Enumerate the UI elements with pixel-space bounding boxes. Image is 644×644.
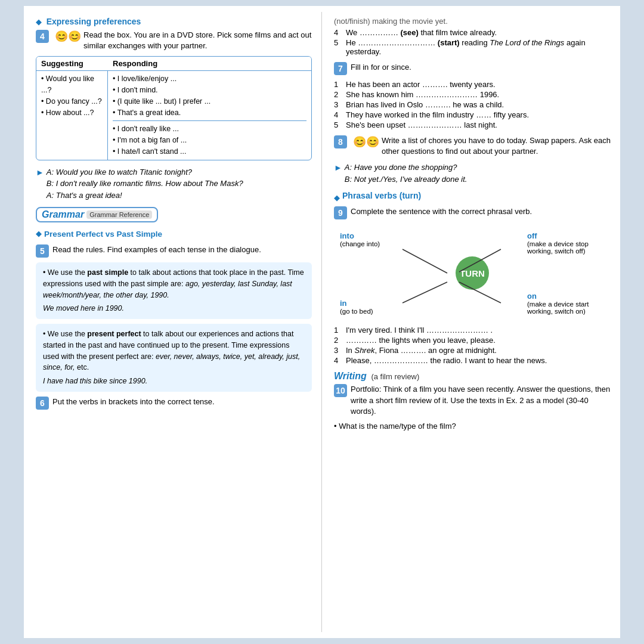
suggest-3: How about ...? <box>41 107 103 119</box>
col-suggesting: Suggesting <box>36 57 108 71</box>
dialogue8-a: A: Have you done the shopping? <box>345 162 467 174</box>
dialogue-4: ► A: Would you like to watch Titanic ton… <box>36 166 312 202</box>
respond-pos-1: I love/like/enjoy ... <box>113 73 306 85</box>
face-icon-8: 😊😊 <box>353 135 379 148</box>
suggest-2: Do you fancy ...? <box>41 96 103 107</box>
exercise-9-text: Complete the sentence with the correct p… <box>351 206 611 217</box>
grammar-past-text: • We use the past simple to talk about a… <box>43 267 305 301</box>
face-icon-4: 😊😊 <box>55 30 81 43</box>
dialogue-b1: B: I don't really like romantic films. H… <box>47 178 243 190</box>
grammar-label: Grammar <box>42 209 84 220</box>
ex6-intro: (not/finish) making the movie yet. <box>334 17 611 26</box>
col-responding: Responding <box>108 57 311 71</box>
right-column: (not/finish) making the movie yet. 4 We … <box>322 12 620 632</box>
exercise-5-num: 5 <box>36 244 49 258</box>
svg-line-0 <box>402 249 447 273</box>
grammar-pp-example: I have had this bike since 1990. <box>43 376 305 387</box>
respond-pos-3: (I quite like ... but) I prefer ... <box>113 96 306 107</box>
exercise-10-text: Portfolio: Think of a film you have seen… <box>351 384 611 417</box>
exercise-4-row: 4 😊😊 Read the box. You are in a DVD stor… <box>36 30 312 51</box>
suggest-1: Would you like ...? <box>41 73 103 96</box>
diagram-lines <box>334 225 611 321</box>
phrasal-header-row: ◆ Phrasal verbs (turn) <box>334 191 611 204</box>
exercise-10-sub: • What is the name/type of the film? <box>334 422 611 431</box>
phrasal-diamond-icon: ◆ <box>334 193 340 202</box>
not-finish-text: (not/finish) making the movie yet. <box>334 17 448 26</box>
phrasal-item-2: 2 ………… the lights when you leave, please… <box>334 336 611 345</box>
fill-item-4: 4 They have worked in the film industry … <box>334 110 611 119</box>
respond-neg-2: I'm not a big fan of ... <box>113 135 306 146</box>
exercise-9-num: 9 <box>334 206 347 219</box>
respond-neg-3: I hate/I can't stand ... <box>113 146 306 157</box>
grammar-pp-text: • We use the present perfect to talk abo… <box>43 329 305 373</box>
grammar-box-past-simple: • We use the past simple to talk about a… <box>36 262 312 319</box>
grammar-box-present-perfect: • We use the present perfect to talk abo… <box>36 324 312 392</box>
page: ◆ Expressing preferences 4 😊😊 Read the b… <box>24 6 620 638</box>
exercise-8-num: 8 <box>334 135 347 148</box>
diamond-icon: ◆ <box>36 17 42 26</box>
exercise-10-row: 10 Portfolio: Think of a film you have s… <box>334 384 611 417</box>
exercise-7-text: Fill in for or since. <box>351 62 611 73</box>
phrasal-item-3: 3 In Shrek, Fiona ………. an ogre at midnig… <box>334 346 611 355</box>
table-row-suggestions: Would you like ...? Do you fancy ...? Ho… <box>36 71 311 159</box>
svg-line-3 <box>459 282 501 303</box>
ex6-item-5: 5 He ………………………… (start) reading The Lord… <box>334 38 611 56</box>
phrasal-list: 1 I'm very tired. I think I'll …………………… … <box>334 326 611 365</box>
left-column: ◆ Expressing preferences 4 😊😊 Read the b… <box>24 12 322 632</box>
fill-item-5: 5 She's been upset ………………… last night. <box>334 120 611 129</box>
fill-item-2: 2 She has known him …………………… 1996. <box>334 90 611 99</box>
exercise-8-text: Write a list of chores you have to do to… <box>382 135 611 157</box>
exercise-8-row: 8 😊😊 Write a list of chores you have to … <box>334 135 611 157</box>
fill-item-1: 1 He has been an actor ………. twenty years… <box>334 80 611 89</box>
suggesting-cell: Would you like ...? Do you fancy ...? Ho… <box>36 71 108 159</box>
exercise-5-text: Read the rules. Find examples of each te… <box>52 244 312 255</box>
dialogue-a2: A: That's a great idea! <box>47 190 243 202</box>
exercise-7-row: 7 Fill in for or since. <box>334 62 611 75</box>
turn-diagram: into (change into) off (make a device st… <box>334 225 611 321</box>
ex6-list: 4 We …………… (see) that film twice already… <box>334 28 611 56</box>
svg-line-2 <box>459 249 501 272</box>
grammar-section-header: Present Perfect vs Past Simple <box>44 230 162 239</box>
writing-header-row: Writing (a film review) <box>334 371 611 382</box>
grammar-diamond-icon: ◆ <box>36 229 42 238</box>
respond-neg-1: I don't really like ... <box>113 123 306 135</box>
grammar-ref-badge: Grammar Reference <box>86 210 152 219</box>
exercise-5-row: 5 Read the rules. Find examples of each … <box>36 244 312 258</box>
grammar-header-row: Grammar Grammar Reference <box>36 207 312 222</box>
writing-label: Writing <box>334 371 367 381</box>
responding-cell: I love/like/enjoy ... I don't mind. (I q… <box>108 71 311 159</box>
exercise-4-num: 4 <box>36 30 49 43</box>
respond-pos-2: I don't mind. <box>113 85 306 96</box>
fill-list: 1 He has been an actor ………. twenty years… <box>334 80 611 129</box>
ex6-item-4: 4 We …………… (see) that film twice already… <box>334 28 611 37</box>
svg-line-1 <box>402 282 447 303</box>
respond-pos-4: That's a great idea. <box>113 107 306 119</box>
dialogue-8: ► A: Have you done the shopping? B: Not … <box>334 162 611 185</box>
suggest-table: Suggesting Responding Would you like ...… <box>36 56 312 160</box>
phrasal-item-1: 1 I'm very tired. I think I'll …………………… … <box>334 326 611 335</box>
exercise-6-text: Put the verbs in brackets into the corre… <box>52 397 312 407</box>
writing-sub: (a film review) <box>371 372 419 381</box>
fill-item-3: 3 Brian has lived in Oslo ………. he was a … <box>334 100 611 109</box>
exercise-4-text: Read the box. You are in a DVD store. Pi… <box>83 30 312 51</box>
grammar-past-example: We moved here in 1990. <box>43 303 305 314</box>
phrasal-item-4: 4 Please, ………………… the radio. I want to h… <box>334 356 611 365</box>
exercise-6-num: 6 <box>36 397 49 410</box>
dialogue-a1: A: Would you like to watch Titanic tonig… <box>47 166 243 178</box>
exercise-10-num: 10 <box>334 384 347 397</box>
dialogue8-b: B: Not yet./Yes, I've already done it. <box>345 174 467 185</box>
dialogue-prompt-icon: ► A: Would you like to watch Titanic ton… <box>36 166 312 202</box>
expressing-preferences-header: Expressing preferences <box>47 17 141 26</box>
exercise-9-row: 9 Complete the sentence with the correct… <box>334 206 611 219</box>
exercise-7-num: 7 <box>334 62 347 75</box>
exercise-6-row: 6 Put the verbs in brackets into the cor… <box>36 397 312 410</box>
phrasal-header: Phrasal verbs (turn) <box>342 191 421 200</box>
